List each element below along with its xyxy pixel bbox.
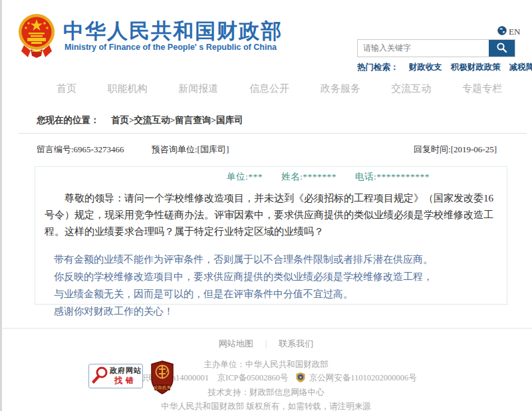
search-input[interactable] <box>358 40 489 57</box>
breadcrumb-divider <box>19 133 527 134</box>
hot-keyword-fiscal[interactable]: 财政收支 <box>409 63 442 72</box>
reply-line: 与业绩金额无关，因而是可以的，但是在评审条件中分值不宜过高。 <box>54 285 496 303</box>
search-icon <box>496 42 507 55</box>
hot-keyword-taxcut[interactable]: 减税降费 <box>509 63 532 72</box>
sitemap-link[interactable]: 网站地图 <box>219 339 253 348</box>
site-subtitle: Ministry of Finance of the People' s Rep… <box>65 43 277 52</box>
search-bar <box>357 39 515 57</box>
nav-item-interaction[interactable]: 交流互动 <box>391 82 431 95</box>
message-id: 留言编号:6965-3273466 <box>37 144 124 156</box>
breadcrumb-path[interactable]: 首页>交流互动>留言查询>国库司 <box>111 115 243 125</box>
message-box: 单位:*** 姓名:******* 电话:*********** 尊敬的领导：请… <box>35 166 507 305</box>
search-button[interactable] <box>489 40 515 57</box>
footer-link-separator: | <box>265 339 267 348</box>
nav-item-organs[interactable]: 职能机构 <box>108 82 148 95</box>
nav-item-info[interactable]: 信息公开 <box>249 82 289 95</box>
language-switch[interactable]: EN <box>497 26 520 38</box>
nav-item-topics[interactable]: 专题专栏 <box>462 82 502 95</box>
national-emblem-icon <box>17 13 56 60</box>
nav-item-news[interactable]: 新闻报道 <box>178 82 218 95</box>
footer-copyright: 中华人民共和国财政部 版权所有，如需转载，请注明来源 <box>0 401 532 411</box>
site-title: 中华人民共和国财政部 <box>63 17 283 45</box>
hot-keyword-policy[interactable]: 积极财政政策 <box>451 63 501 72</box>
party-gov-shield-badge[interactable]: 党政机关 <box>150 360 174 394</box>
breadcrumb: 您现在的位置： 首页>交流互动>留言查询>国库司 <box>37 114 243 126</box>
hot-search-row: 热门检索： 财政收支 积极财政政策 减税降费 <box>357 62 532 73</box>
reply-line: 感谢你对财政工作的关心！ <box>54 303 496 320</box>
find-error-magnifier-icon <box>91 366 108 387</box>
reply-line: 你反映的学校维修改造项目中，要求供应商提供的类似业绩必须是学校维修改造工程， <box>54 268 496 285</box>
message-reply-time: 回复时间:[2019-06-25] <box>414 144 497 156</box>
page: 中华人民共和国财政部 Ministry of Finance of the Pe… <box>0 0 532 411</box>
footer-registration: 网站标识码：bm14000001 京ICP备05002860号 京公网安备110… <box>0 372 532 385</box>
contact-link[interactable]: 联系我们 <box>279 339 313 348</box>
find-error-badge-text: 政府网站 找错 <box>110 366 142 386</box>
security-record-link[interactable]: 京公网安备11010202000006号 <box>309 373 417 382</box>
message-meta: 留言编号:6965-3273466 预咨询单位:[国库司] 回复时间:[2019… <box>0 144 532 156</box>
footer-tech-support: 技术支持：财政部信息网络中心 <box>0 387 532 398</box>
globe-icon <box>497 26 507 38</box>
find-error-line1: 政府网站 <box>110 366 142 376</box>
shield-badge-label: 党政机关 <box>154 385 172 390</box>
masked-contact-info: 单位:*** 姓名:******* 电话:*********** <box>227 171 507 183</box>
breadcrumb-label: 您现在的位置： <box>37 115 100 125</box>
nav-item-services[interactable]: 政务服务 <box>321 82 360 95</box>
hot-search-label: 热门检索： <box>357 63 399 72</box>
reply-text: 带有金额的业绩不能作为评审条件，否则属于以不合理条件限制或者排斥潜在供应商。 你… <box>54 251 496 320</box>
footer-host-unit: 主办单位：中华人民共和国财政部 <box>0 359 532 370</box>
footer-links: 网站地图|联系我们 <box>0 338 532 350</box>
find-error-line2: 找错 <box>114 376 137 386</box>
footer-divider <box>0 328 532 329</box>
police-badge-icon <box>296 372 305 385</box>
message-unit: 预咨询单位:[国库司] <box>152 144 229 156</box>
nav-item-home[interactable]: 首页 <box>57 82 76 95</box>
main-nav: 首页 职能机构 新闻报道 信息公开 政务服务 交流互动 专题专栏 <box>57 82 502 95</box>
language-label[interactable]: EN <box>509 27 520 37</box>
reply-line: 带有金额的业绩不能作为评审条件，否则属于以不合理条件限制或者排斥潜在供应商。 <box>54 251 496 268</box>
question-text: 尊敬的领导：请问一个学校维修改造项目，并未达到《必须招标的工程项目规定》（国家发… <box>45 190 496 240</box>
gov-site-error-report-badge[interactable]: 政府网站 找错 <box>88 364 143 388</box>
